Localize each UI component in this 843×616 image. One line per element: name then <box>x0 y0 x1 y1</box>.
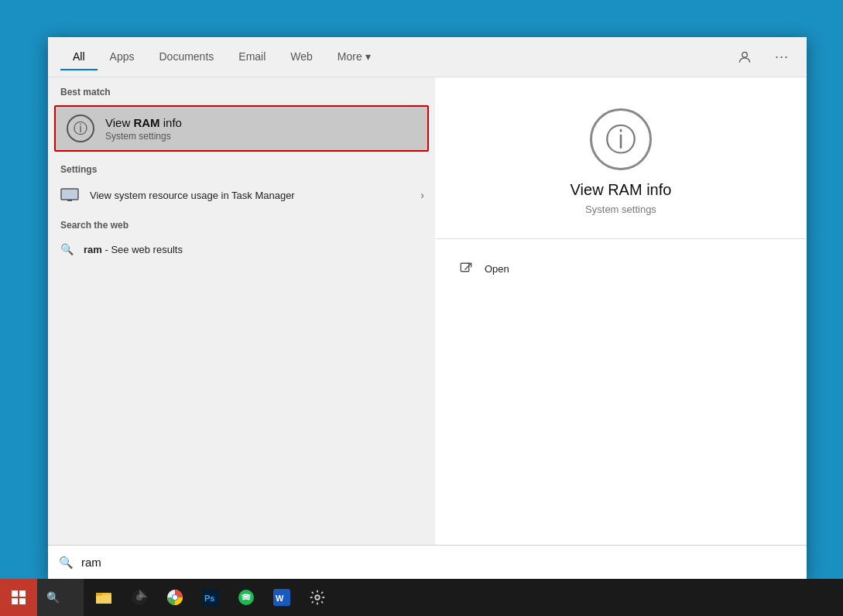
open-action[interactable]: Open <box>451 252 791 286</box>
file-explorer-icon[interactable] <box>87 580 121 614</box>
svg-rect-2 <box>67 200 72 201</box>
best-match-item[interactable]: ⓘ View RAM info System settings <box>54 105 429 152</box>
tab-web[interactable]: Web <box>278 44 325 70</box>
best-match-label: Best match <box>48 77 435 102</box>
right-panel: ⓘ View RAM info System settings Open <box>435 77 807 545</box>
right-panel-actions: Open <box>435 239 807 298</box>
search-icon: 🔍 <box>59 241 74 257</box>
settings-item-task-manager[interactable]: View system resource usage in Task Manag… <box>48 180 435 210</box>
info-circle-large-icon: ⓘ <box>590 108 652 170</box>
word-icon[interactable]: W <box>265 580 299 614</box>
taskbar: 🔍 <box>0 579 843 616</box>
tab-all[interactable]: All <box>60 44 98 70</box>
left-panel: Best match ⓘ View RAM info System settin… <box>48 77 435 545</box>
info-circle-icon: ⓘ <box>67 115 94 142</box>
chevron-right-icon: › <box>420 189 424 201</box>
right-panel-subtitle: System settings <box>585 204 656 215</box>
more-options-btn[interactable]: ··· <box>769 45 794 70</box>
user-icon-btn[interactable] <box>732 45 757 70</box>
chrome-color-icon[interactable] <box>158 580 192 614</box>
start-button[interactable] <box>0 579 37 616</box>
taskbar-search-icon: 🔍 <box>46 591 60 604</box>
svg-line-4 <box>465 263 471 269</box>
tab-documents[interactable]: Documents <box>146 44 226 70</box>
open-action-label: Open <box>485 263 509 275</box>
search-bar-icon: 🔍 <box>59 556 74 570</box>
settings-label: Settings <box>48 155 435 180</box>
svg-point-18 <box>315 595 320 600</box>
tab-more[interactable]: More ▾ <box>325 44 383 70</box>
web-search-bold: ram <box>84 244 102 255</box>
best-match-title: View RAM info <box>105 116 182 129</box>
web-search-item[interactable]: 🔍 ram - See web results <box>48 235 435 263</box>
best-match-text-block: View RAM info System settings <box>105 116 182 142</box>
taskbar-icons: Ps W <box>84 580 338 614</box>
svg-text:Ps: Ps <box>204 594 214 603</box>
right-panel-top: ⓘ View RAM info System settings <box>435 77 807 239</box>
tabs-row: All Apps Documents Email Web More ▾ ··· <box>48 37 807 77</box>
tab-apps[interactable]: Apps <box>98 44 147 70</box>
svg-point-12 <box>173 595 177 600</box>
open-icon <box>457 259 475 278</box>
spotify-icon[interactable] <box>229 580 263 614</box>
svg-rect-6 <box>96 595 111 604</box>
search-bar: 🔍 <box>48 545 807 579</box>
windows-logo <box>12 590 26 604</box>
tabs-right: ··· <box>732 45 794 70</box>
search-window: All Apps Documents Email Web More ▾ ··· … <box>48 37 807 579</box>
chrome-black-icon[interactable] <box>122 580 156 614</box>
web-search-text: ram - See web results <box>84 244 183 255</box>
svg-point-0 <box>742 52 748 57</box>
taskbar-search-button[interactable]: 🔍 <box>37 579 84 616</box>
monitor-icon <box>59 187 81 203</box>
web-search-label: Search the web <box>48 210 435 235</box>
settings-item-text: View system resource usage in Task Manag… <box>90 190 411 201</box>
main-content: Best match ⓘ View RAM info System settin… <box>48 77 807 545</box>
svg-text:W: W <box>276 594 284 603</box>
right-panel-title: View RAM info <box>571 181 672 199</box>
best-match-subtitle: System settings <box>105 131 182 142</box>
svg-point-15 <box>238 590 254 605</box>
svg-rect-1 <box>61 189 78 200</box>
gear-settings-icon[interactable] <box>300 580 334 614</box>
search-input[interactable] <box>81 556 796 569</box>
svg-rect-7 <box>96 593 102 596</box>
tab-email[interactable]: Email <box>226 44 278 70</box>
photoshop-icon[interactable]: Ps <box>194 580 228 614</box>
